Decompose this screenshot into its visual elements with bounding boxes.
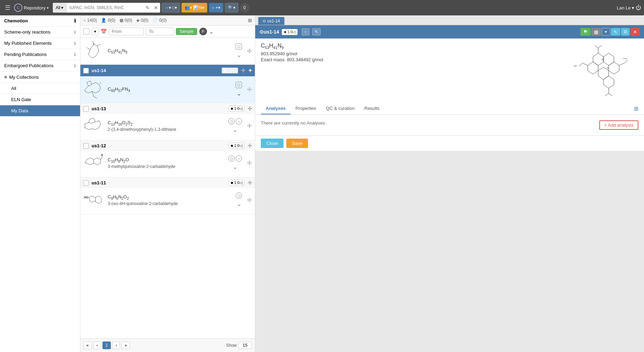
sidebar-item-eln-gate[interactable]: ELN Gate (0, 94, 80, 105)
tab-reactions[interactable]: 👤 0(0) (101, 18, 115, 23)
list-item-body-5: HO (80, 188, 255, 214)
search-type-dropdown[interactable]: All ▾ (53, 3, 66, 13)
detail-edit-btn[interactable]: ✎ (312, 28, 321, 35)
tab-wellplates[interactable]: ▦ 0(0) (120, 18, 132, 23)
notification-badge[interactable]: 0 (240, 3, 250, 13)
page-last-btn[interactable]: » (121, 342, 130, 349)
list-item[interactable]: C53H41N9 ⬡ ⌄ ✛ (80, 38, 255, 65)
sidebar-chemotion-header[interactable]: Chemotion ℹ (0, 15, 80, 27)
molecule-move-3-body[interactable]: ✛ (247, 122, 252, 130)
list-item-move-3[interactable]: ✛ (248, 105, 252, 112)
close-button[interactable]: Close (261, 139, 284, 148)
tab-analyses[interactable]: Analyses (261, 103, 291, 114)
page-first-btn[interactable]: « (83, 342, 92, 349)
list-item-4[interactable]: us1-12 ■ 1·0◁ ✛ (80, 140, 255, 177)
search-edit-icon[interactable]: ✎ (143, 3, 152, 13)
tab-results[interactable]: Results (359, 103, 384, 114)
filter-expand-icon[interactable]: ⌄ (209, 28, 214, 35)
app-name[interactable]: Repository (24, 5, 45, 10)
list-item-move-2[interactable]: ✛ (241, 67, 245, 74)
mol-icon-circle-4[interactable]: ○ (236, 155, 242, 162)
filter-to-input[interactable] (146, 28, 174, 35)
tab-filter-icon[interactable]: ⊞ (248, 17, 252, 23)
filter-p-button[interactable]: P (199, 28, 207, 35)
filter-calendar-icon[interactable]: 📅 (101, 29, 107, 34)
page-prev-btn[interactable]: ‹ (93, 342, 101, 349)
list-item-selected[interactable]: us1-14 ■ 1·0◁ ✛ + (80, 65, 255, 103)
list-item-checkbox-4[interactable] (83, 143, 89, 149)
molecule-move-2-body[interactable]: ✛ (247, 86, 252, 93)
sidebar-item-my-published[interactable]: My Published Elements ℹ (0, 38, 80, 49)
show-count-input[interactable] (238, 342, 252, 349)
arrow-box-button[interactable]: →▾ □▾ (162, 3, 180, 13)
detail-flag-btn[interactable]: ⚑ (580, 28, 591, 36)
list-item-move-4[interactable]: ✛ (248, 142, 252, 149)
tab-properties[interactable]: Properties (291, 103, 321, 114)
sidebar-item-scheme-only[interactable]: Scheme-only reactions ℹ (0, 27, 80, 38)
detail-layout-btn[interactable]: ▦ (591, 28, 601, 36)
sidebar-item-my-collections[interactable]: ≡ My Collections (0, 71, 80, 83)
filter-sample-button[interactable]: Sample (176, 28, 197, 35)
svg-line-14 (87, 81, 90, 83)
list-item-add-2[interactable]: + (248, 67, 252, 74)
tab-qc-curation[interactable]: QC & curation (321, 103, 359, 114)
tab-screens[interactable]: ◈ 0(0) (136, 18, 148, 23)
molecule-expand-1[interactable]: ⌄ (236, 51, 242, 59)
molecule-expand-5[interactable]: ⌄ (236, 200, 242, 208)
list-item-body-4: O C10H8N2O 3-methylquinoxaline-2-carbald… (80, 151, 255, 177)
mol-icon-hex-4[interactable]: ⬡ (228, 155, 235, 162)
search-input[interactable] (66, 3, 143, 13)
detail-dropdown-btn[interactable]: ▾ (602, 28, 610, 36)
filter-from-input[interactable] (109, 28, 144, 35)
user-menu[interactable]: Lan Le ▾ (617, 5, 634, 10)
app-dropdown-icon[interactable]: ▾ (47, 6, 49, 10)
list-item-checkbox-2[interactable] (83, 68, 89, 73)
mol-icon-circle-3[interactable]: ○ (236, 118, 242, 125)
search-btn[interactable]: 🔍▾ (225, 3, 238, 13)
svg-line-16 (88, 84, 92, 86)
list-item-checkbox-3[interactable] (83, 106, 89, 112)
detail-body: There are currently no Analyses. + Add a… (255, 115, 644, 135)
page-next-btn[interactable]: › (112, 342, 120, 349)
molecule-move-5-body[interactable]: ✛ (247, 196, 252, 204)
save-button[interactable]: Save (286, 139, 308, 148)
tab-research[interactable]: 📄 0(0) (152, 18, 166, 23)
list-item-checkbox-5[interactable] (83, 180, 89, 186)
list-item-header-4: us1-12 ■ 1·0◁ ✛ (80, 140, 255, 151)
molecule-expand-2[interactable]: ⌄ (236, 90, 242, 97)
detail-copy-btn[interactable]: ⧉ (621, 28, 630, 36)
list-item-3[interactable]: us1-13 ■ 1·0◁ ✛ (80, 103, 255, 140)
detail-delete-btn[interactable]: ✕ (630, 28, 640, 36)
svg-marker-76 (609, 62, 619, 74)
detail-header-icons: ○ (302, 28, 309, 35)
sidebar-item-all[interactable]: All (0, 83, 80, 94)
plus-circle-button[interactable]: ○ +▾ (209, 3, 223, 13)
mol-icon-hex-3[interactable]: ⬡ (228, 118, 235, 125)
tab-all[interactable]: ○ 14(0) (83, 18, 97, 23)
sidebar-item-pending[interactable]: Pending Publications ℹ (0, 49, 80, 60)
add-analysis-button[interactable]: + Add analysis (599, 120, 638, 130)
molecule-expand-3[interactable]: ⌄ (232, 126, 238, 134)
menu-icon[interactable]: ☰ (3, 4, 13, 12)
page-current-btn[interactable]: 1 (102, 342, 111, 349)
detail-tab-us1-14[interactable]: ⊙ us1-14 (258, 17, 285, 25)
detail-tab-expand-icon[interactable]: ⊞ (634, 105, 638, 112)
search-clear-icon[interactable]: ✕ (152, 3, 160, 13)
sidebar-item-embargoed[interactable]: Embargoed Publications ℹ (0, 60, 80, 71)
select-all-checkbox[interactable] (83, 28, 90, 35)
detail-pencil-btn[interactable]: ✎ (611, 28, 620, 36)
molecule-move-1[interactable]: ✛ (247, 47, 252, 55)
molecule-expand-4[interactable]: ⌄ (232, 163, 238, 171)
logout-icon[interactable]: ⏻ (636, 5, 641, 11)
sidebar-item-my-data[interactable]: My Data (0, 105, 80, 117)
users-button[interactable]: 👥▾ 📊%▾ (181, 3, 207, 13)
mol-icon-hex-1[interactable]: ⬡ (236, 43, 242, 50)
mol-icon-hex-2[interactable]: ⬡ (236, 82, 242, 88)
list-item-5[interactable]: us1-11 ■ 1·0◁ ✛ HO (80, 177, 255, 214)
svg-line-19 (99, 84, 101, 88)
molecule-move-4-body[interactable]: ✛ (247, 159, 252, 167)
list-item-move-5[interactable]: ✛ (248, 179, 252, 186)
detail-circle-btn[interactable]: ○ (302, 28, 309, 35)
mol-icon-hex-5[interactable]: ⬡ (236, 192, 242, 199)
filter-type-dropdown[interactable]: ▾ (92, 28, 99, 35)
